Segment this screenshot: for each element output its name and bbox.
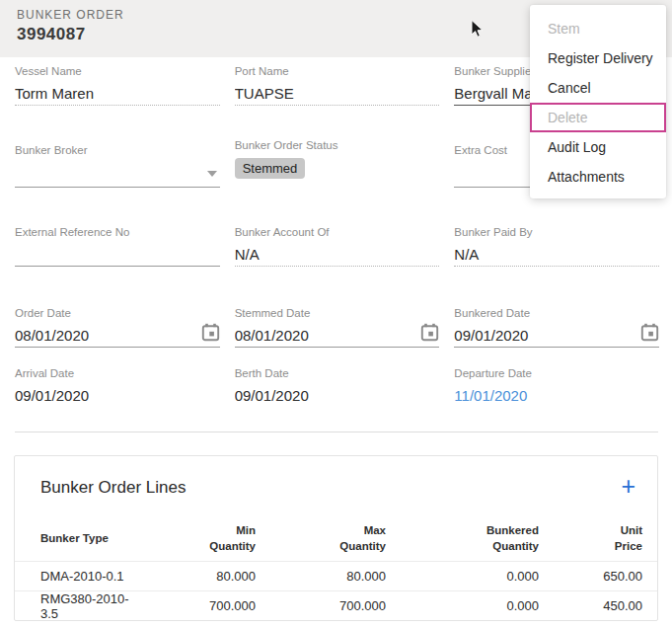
cell-unit-price: 650.00	[549, 561, 657, 590]
column-header-min-quantity: Min Quantity	[153, 515, 265, 561]
card-title: Bunker Order Lines	[40, 478, 186, 498]
table-row[interactable]: DMA-2010-0.1 80.000 80.000 0.000 650.00	[15, 561, 657, 590]
bunker-order-screen: BUNKER ORDER 3994087 Vessel Name Torm Ma…	[0, 0, 672, 628]
field-bunker-order-status: Bunker Order Status Stemmed	[235, 139, 440, 188]
field-label: Port Name	[235, 65, 440, 80]
field-stemmed-date[interactable]: Stemmed Date 08/01/2020	[235, 307, 440, 348]
berth-date-value: 09/01/2020	[235, 387, 440, 408]
add-order-line-button[interactable]: +	[621, 474, 635, 498]
order-date-input[interactable]: 08/01/2020	[15, 327, 220, 348]
field-bunker-broker[interactable]: Bunker Broker	[15, 139, 220, 188]
field-port-name: Port Name TUAPSE	[235, 65, 440, 106]
chevron-down-icon[interactable]	[207, 171, 217, 177]
menu-item-cancel[interactable]: Cancel	[530, 73, 666, 103]
form-row-3: External Reference No Bunker Account Of …	[15, 226, 659, 267]
field-bunker-paid-by: Bunker Paid By N/A	[454, 226, 659, 267]
departure-date-link[interactable]: 11/01/2020	[454, 387, 659, 408]
column-header-unit-price: Unit Price	[549, 515, 657, 561]
vessel-name-value: Torm Maren	[15, 85, 220, 106]
menu-item-audit-log[interactable]: Audit Log	[530, 132, 666, 162]
column-header-bunkered-quantity: Bunkered Quantity	[396, 515, 549, 561]
port-name-value: TUAPSE	[235, 85, 440, 106]
cell-unit-price: 450.00	[549, 590, 657, 621]
form-row-5: Arrival Date 09/01/2020 Berth Date 09/01…	[15, 367, 659, 408]
context-menu: Stem Register Delivery Cancel Delete Aud…	[530, 5, 666, 198]
bunker-broker-input[interactable]	[15, 164, 220, 185]
cell-bunkered-quantity: 0.000	[396, 590, 549, 621]
external-reference-input[interactable]	[15, 246, 220, 267]
calendar-icon[interactable]	[201, 323, 220, 346]
menu-item-delete[interactable]: Delete	[530, 103, 666, 132]
field-arrival-date: Arrival Date 09/01/2020	[15, 367, 220, 408]
calendar-icon[interactable]	[420, 323, 439, 346]
field-label: Vessel Name	[15, 65, 220, 80]
order-lines-table: Bunker Type Min Quantity Max Quantity Bu…	[15, 515, 657, 621]
field-label: External Reference No	[15, 226, 220, 241]
field-external-reference-no[interactable]: External Reference No	[15, 226, 220, 267]
field-label: Bunker Order Status	[235, 139, 440, 154]
cell-min-quantity: 80.000	[153, 561, 265, 590]
menu-item-register-delivery[interactable]: Register Delivery	[530, 43, 666, 73]
field-label: Arrival Date	[15, 367, 220, 382]
bunker-order-lines-card: Bunker Order Lines + Bunker Type Min Qua…	[14, 455, 658, 621]
stemmed-date-input[interactable]: 08/01/2020	[235, 327, 440, 348]
cell-bunkered-quantity: 0.000	[396, 561, 549, 590]
cell-min-quantity: 700.000	[153, 590, 265, 621]
arrival-date-value: 09/01/2020	[15, 387, 220, 408]
table-header-row: Bunker Type Min Quantity Max Quantity Bu…	[15, 515, 657, 561]
form-row-4: Order Date 08/01/2020 Stemmed Date 08/01…	[15, 307, 659, 348]
field-label: Bunkered Date	[454, 307, 659, 322]
cell-bunker-type: DMA-2010-0.1	[15, 561, 153, 590]
calendar-icon[interactable]	[640, 323, 659, 346]
table-row[interactable]: RMG380-2010-3.5 700.000 700.000 0.000 45…	[15, 590, 657, 621]
status-badge: Stemmed	[235, 158, 306, 179]
field-departure-date: Departure Date 11/01/2020	[454, 367, 659, 408]
field-vessel-name: Vessel Name Torm Maren	[15, 65, 220, 106]
field-label: Bunker Paid By	[454, 226, 659, 241]
field-berth-date: Berth Date 09/01/2020	[235, 367, 440, 408]
field-order-date[interactable]: Order Date 08/01/2020	[15, 307, 220, 348]
bunker-account-of-value: N/A	[235, 246, 440, 267]
field-bunker-account-of: Bunker Account Of N/A	[235, 226, 440, 267]
field-bunkered-date[interactable]: Bunkered Date 09/01/2020	[454, 307, 659, 348]
cell-bunker-type: RMG380-2010-3.5	[15, 590, 153, 621]
menu-item-attachments[interactable]: Attachments	[530, 162, 666, 192]
field-label: Stemmed Date	[235, 307, 440, 322]
field-label: Departure Date	[454, 367, 659, 382]
column-header-bunker-type: Bunker Type	[15, 515, 153, 561]
page-title: BUNKER ORDER	[17, 8, 124, 22]
section-divider	[15, 432, 658, 432]
field-label: Order Date	[15, 307, 220, 322]
column-header-max-quantity: Max Quantity	[265, 515, 396, 561]
bunkered-date-input[interactable]: 09/01/2020	[454, 327, 659, 348]
bunker-paid-by-value: N/A	[454, 246, 659, 267]
cell-max-quantity: 700.000	[265, 590, 396, 621]
order-number: 3994087	[17, 25, 86, 44]
menu-item-stem[interactable]: Stem	[530, 14, 666, 43]
field-label: Berth Date	[235, 367, 440, 382]
field-label: Bunker Account Of	[235, 226, 440, 241]
field-label: Bunker Broker	[15, 144, 220, 159]
mouse-cursor-icon	[471, 20, 485, 43]
cell-max-quantity: 80.000	[265, 561, 396, 590]
